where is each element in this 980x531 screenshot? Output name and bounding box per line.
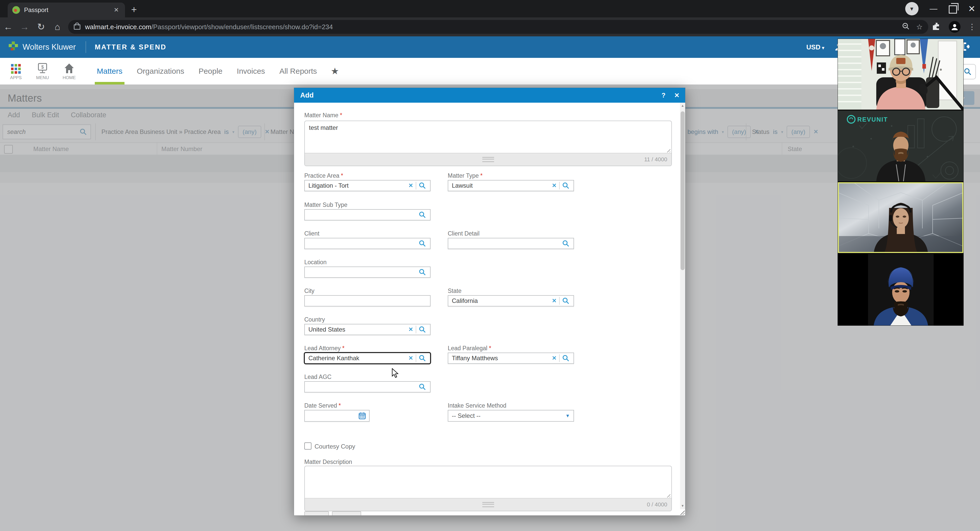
modal-resize-grip[interactable]: [679, 509, 685, 515]
scroll-up-icon[interactable]: ▲: [680, 104, 685, 108]
tab-organizations[interactable]: Organizations: [137, 58, 184, 84]
lead-agc-label: Lead AGC: [304, 374, 331, 380]
address-bar[interactable]: walmart.e-invoice.com /Passport/viewport…: [68, 20, 928, 34]
svg-text:REVUNIT: REVUNIT: [857, 116, 888, 123]
zoom-out-icon[interactable]: [902, 22, 910, 32]
lead-agc-field: [304, 381, 431, 393]
city-field: [304, 295, 431, 307]
drag-handle-icon[interactable]: [482, 157, 494, 162]
clear-icon[interactable]: ✕: [406, 182, 416, 189]
lookup-search-icon[interactable]: [416, 355, 427, 362]
modal-header[interactable]: Add ? ✕: [294, 88, 685, 103]
lookup-search-icon[interactable]: [560, 240, 570, 247]
participant-video-1[interactable]: [838, 39, 963, 110]
modal-scrollbar[interactable]: ▲ ▼: [680, 103, 685, 515]
window-close-button[interactable]: ✕: [968, 3, 976, 14]
tab-invoices[interactable]: Invoices: [237, 58, 265, 84]
close-icon[interactable]: ✕: [674, 92, 679, 99]
practice-area-label: Practice Area*: [304, 172, 343, 179]
home-icon: [56, 62, 83, 74]
profile-avatar-icon[interactable]: [949, 21, 961, 33]
lookup-search-icon[interactable]: [560, 355, 570, 362]
video-call-panel: REVUNIT: [838, 39, 964, 326]
clear-icon[interactable]: ✕: [406, 326, 416, 333]
browser-tab[interactable]: Passport ✕: [8, 3, 125, 17]
lookup-search-icon[interactable]: [416, 269, 427, 276]
lookup-search-icon[interactable]: [416, 326, 427, 333]
scroll-down-icon[interactable]: ▼: [680, 504, 685, 508]
lead-paralegal-input[interactable]: [451, 355, 549, 362]
courtesy-copy-checkbox[interactable]: [304, 442, 312, 450]
extensions-puzzle-icon[interactable]: [932, 22, 941, 32]
lead-agc-input[interactable]: [308, 383, 416, 391]
help-button[interactable]: ?: [662, 92, 665, 99]
matter-type-input[interactable]: [451, 182, 549, 189]
country-input[interactable]: [308, 326, 406, 333]
lead-attorney-input[interactable]: [308, 355, 406, 362]
participant-video-2[interactable]: REVUNIT: [838, 111, 963, 181]
media-controls-button[interactable]: ▾: [905, 2, 918, 15]
drag-handle-icon[interactable]: [482, 502, 494, 507]
browser-toolbar: ← → ↻ ⌂ walmart.e-invoice.com /Passport/…: [0, 17, 980, 37]
main-nav: APPS $ MENU HOME Matters Organizations P…: [0, 58, 980, 85]
reload-button[interactable]: ↻: [33, 22, 49, 32]
window-restore-button[interactable]: [949, 5, 957, 14]
save-button[interactable]: [304, 511, 329, 515]
state-input[interactable]: [451, 297, 549, 305]
forward-button[interactable]: →: [16, 22, 33, 32]
cancel-button[interactable]: [332, 511, 361, 515]
clear-icon[interactable]: ✕: [406, 355, 416, 361]
currency-dropdown[interactable]: USD▾: [807, 43, 824, 51]
state-field: ✕: [448, 295, 574, 307]
new-tab-button[interactable]: +: [131, 5, 137, 14]
date-served-input[interactable]: [308, 412, 358, 420]
char-counter: 11 / 4000: [644, 156, 667, 163]
lookup-search-icon[interactable]: [560, 297, 570, 304]
scrollbar-thumb[interactable]: [681, 111, 685, 270]
tab-close-icon[interactable]: ✕: [112, 6, 120, 14]
clear-icon[interactable]: ✕: [549, 297, 559, 304]
matter-sub-type-input[interactable]: [308, 211, 416, 219]
matter-description-label: Matter Description: [304, 459, 352, 466]
matter-name-textarea[interactable]: test matter: [305, 121, 671, 153]
lookup-search-icon[interactable]: [416, 240, 427, 247]
intake-service-method-select[interactable]: -- Select -- ▼: [448, 410, 574, 422]
browser-home-button[interactable]: ⌂: [49, 22, 65, 32]
url-host: walmart.e-invoice.com: [85, 23, 151, 31]
screen: Passport ✕ + ▾ — ✕ ← → ↻ ⌂ walmart.e-inv…: [0, 0, 980, 531]
tab-all-reports[interactable]: All Reports: [280, 58, 317, 84]
sidebar-item-menu[interactable]: $ MENU: [29, 62, 56, 80]
lookup-search-icon[interactable]: [560, 182, 570, 189]
matter-description-field: 0 / 4000: [304, 466, 672, 511]
bookmark-star-icon[interactable]: ☆: [916, 23, 923, 31]
client-detail-input[interactable]: [451, 240, 560, 247]
matter-sub-type-label: Matter Sub Type: [304, 202, 347, 208]
svg-text:$: $: [41, 65, 44, 70]
location-input[interactable]: [308, 268, 416, 276]
calendar-icon[interactable]: [358, 412, 366, 420]
modal-title: Add: [300, 91, 313, 99]
participant-video-3[interactable]: [838, 182, 963, 253]
matter-description-textarea[interactable]: [305, 466, 671, 498]
clear-icon[interactable]: ✕: [549, 182, 559, 189]
favorites-star-icon[interactable]: ★: [331, 66, 339, 76]
window-minimize-button[interactable]: —: [930, 4, 937, 13]
back-button[interactable]: ←: [0, 22, 16, 32]
passport-favicon-icon: [12, 6, 20, 14]
tab-people[interactable]: People: [199, 58, 222, 84]
practice-area-input[interactable]: [308, 182, 406, 189]
lookup-search-icon[interactable]: [416, 182, 427, 189]
lookup-search-icon[interactable]: [416, 211, 427, 218]
chevron-down-icon: ▼: [565, 413, 570, 419]
lookup-search-icon[interactable]: [416, 383, 427, 390]
tab-matters[interactable]: Matters: [97, 58, 123, 84]
sidebar-item-apps[interactable]: APPS: [3, 62, 29, 80]
clear-icon[interactable]: ✕: [549, 355, 559, 361]
client-detail-field: [448, 238, 574, 249]
sidebar-item-home[interactable]: HOME: [56, 62, 83, 80]
city-input[interactable]: [308, 297, 427, 305]
participant-video-4[interactable]: [838, 254, 963, 326]
char-counter: 0 / 4000: [647, 501, 667, 508]
client-input[interactable]: [308, 240, 416, 247]
browser-menu-icon[interactable]: ⋮: [968, 25, 976, 28]
